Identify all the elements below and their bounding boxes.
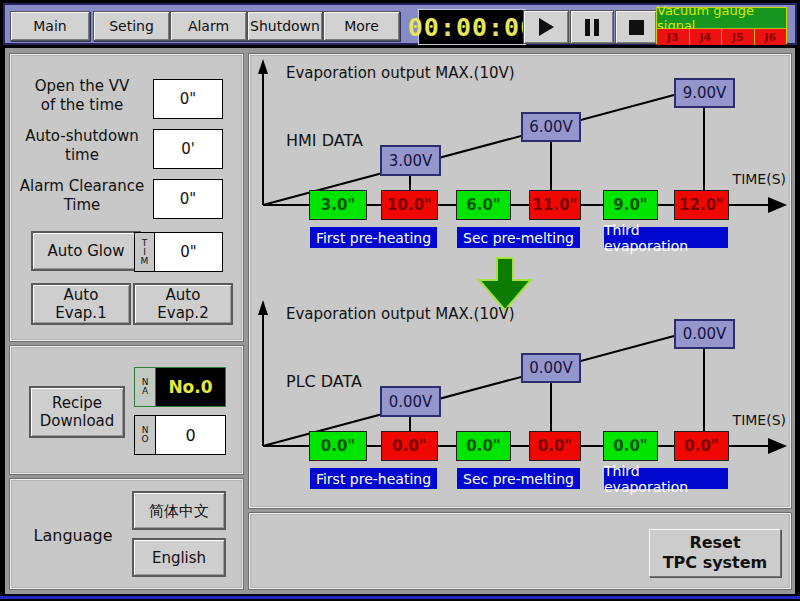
start-button[interactable]: [523, 10, 569, 44]
recipe-name-field: N A No.0: [134, 367, 226, 407]
elapsed-time-display: 00:00:00: [418, 9, 526, 45]
play-icon: [539, 18, 554, 36]
time-box-4[interactable]: 11.0": [529, 190, 581, 220]
auto-evap1-button[interactable]: Auto Evap.1: [31, 283, 131, 325]
recipe-name-display: No.0: [156, 368, 225, 406]
time-axis-label: TIME(S): [716, 171, 786, 187]
time-box-6: 0.0": [674, 431, 729, 461]
stage-label-1: First pre-heating: [309, 467, 438, 490]
x-axis-arrow-icon: [768, 438, 787, 454]
bottom-accent-line: [0, 596, 800, 599]
time-box-6[interactable]: 12.0": [674, 190, 729, 220]
evaporation-charts-panel: Evaporation output MAX.(10V) HMI DATA TI…: [249, 54, 791, 508]
time-box-3: 0.0": [456, 431, 511, 461]
open-vv-time-label: Open the VV of the time: [15, 77, 149, 115]
stage-label-2: Sec pre-melting: [456, 226, 581, 249]
alarm-clearance-time-label: Alarm Clearance Time: [15, 177, 149, 215]
pause-icon: [585, 19, 599, 36]
auto-shutdown-time-input[interactable]: 0': [153, 129, 223, 169]
vacuum-channel-j5: J5: [721, 29, 754, 45]
ramp-line: [263, 95, 674, 205]
language-panel: Language 简体中文 English: [10, 479, 243, 589]
voltage-box-1: 0.00V: [380, 386, 441, 417]
vacuum-channel-j4: J4: [689, 29, 722, 45]
stage-label-3: Third evaporation: [603, 467, 729, 490]
recipe-panel: Recipe Download N A No.0 N O 0: [10, 346, 243, 474]
time-box-1[interactable]: 3.0": [309, 190, 367, 220]
auto-glow-button[interactable]: Auto Glow: [31, 231, 141, 271]
hmi-data-chart: Evaporation output MAX.(10V) HMI DATA TI…: [250, 55, 792, 255]
stop-button[interactable]: [615, 10, 657, 44]
stage-label-3: Third evaporation: [603, 226, 729, 249]
chart-source-label: PLC DATA: [286, 372, 362, 391]
auto-glow-time-field: T I M 0": [134, 232, 223, 272]
language-english-button[interactable]: English: [132, 538, 226, 577]
time-box-5[interactable]: 9.0": [603, 190, 658, 220]
time-box-1: 0.0": [309, 431, 367, 461]
timing-settings-panel: Open the VV of the time 0" Auto-shutdown…: [10, 54, 243, 341]
nav-seting-button[interactable]: Seting: [93, 11, 170, 41]
time-axis-label: TIME(S): [716, 412, 786, 428]
time-box-3[interactable]: 6.0": [456, 190, 511, 220]
recipe-number-label: N O: [135, 416, 156, 454]
auto-shutdown-time-label: Auto-shutdown time: [15, 127, 149, 165]
recipe-name-label: N A: [135, 368, 156, 406]
chart-title: Evaporation output MAX.(10V): [286, 64, 515, 82]
ramp-line: [263, 336, 674, 446]
tim-label: T I M: [134, 232, 154, 272]
vacuum-gauge-channels: J3 J4 J5 J6: [657, 28, 786, 45]
nav-shutdown-button[interactable]: Shutdown: [247, 11, 323, 41]
vacuum-gauge-panel: Vacuum gauge signal J3 J4 J5 J6: [656, 7, 787, 44]
voltage-box-2[interactable]: 6.00V: [521, 112, 581, 142]
y-axis-arrow-icon: [258, 59, 268, 74]
x-axis-arrow-icon: [768, 197, 787, 213]
stop-icon: [629, 20, 644, 35]
auto-evap2-button[interactable]: Auto Evap.2: [133, 283, 233, 325]
time-box-5: 0.0": [603, 431, 658, 461]
stage-label-2: Sec pre-melting: [456, 467, 581, 490]
stage-label-1: First pre-heating: [309, 226, 438, 249]
voltage-box-3: 0.00V: [674, 319, 735, 349]
nav-alarm-button[interactable]: Alarm: [170, 11, 247, 41]
vacuum-gauge-title: Vacuum gauge signal: [657, 8, 786, 28]
nav-main-button[interactable]: Main: [10, 11, 90, 41]
vacuum-channel-j6: J6: [754, 29, 787, 45]
open-vv-time-input[interactable]: 0": [153, 79, 223, 119]
recipe-number-input[interactable]: 0: [156, 416, 225, 454]
top-toolbar: Main Seting Alarm Shutdown More 00:00:00…: [3, 3, 797, 45]
recipe-number-field: N O 0: [134, 415, 226, 455]
footer-panel: Reset TPC system: [249, 513, 791, 589]
hmi-screen: Main Seting Alarm Shutdown More 00:00:00…: [0, 0, 800, 601]
auto-glow-time-input[interactable]: 0": [154, 232, 223, 272]
time-box-2: 0.0": [381, 431, 438, 461]
voltage-box-3[interactable]: 9.00V: [674, 78, 735, 108]
voltage-box-2: 0.00V: [521, 353, 581, 383]
alarm-clearance-time-input[interactable]: 0": [153, 179, 223, 219]
language-chinese-button[interactable]: 简体中文: [132, 491, 226, 530]
time-box-2[interactable]: 10.0": [381, 190, 438, 220]
pause-button[interactable]: [570, 10, 614, 44]
chart-source-label: HMI DATA: [286, 131, 363, 150]
vacuum-channel-j3: J3: [657, 29, 689, 45]
reset-tpc-button[interactable]: Reset TPC system: [649, 529, 781, 577]
y-axis-arrow-icon: [258, 300, 268, 315]
voltage-box-1[interactable]: 3.00V: [380, 145, 441, 176]
plc-data-chart: Evaporation output MAX.(10V) PLC DATA TI…: [250, 296, 792, 496]
recipe-download-button[interactable]: Recipe Download: [29, 386, 125, 438]
language-label: Language: [19, 526, 127, 545]
chart-title: Evaporation output MAX.(10V): [286, 305, 515, 323]
nav-more-button[interactable]: More: [323, 11, 400, 41]
time-box-4: 0.0": [529, 431, 581, 461]
